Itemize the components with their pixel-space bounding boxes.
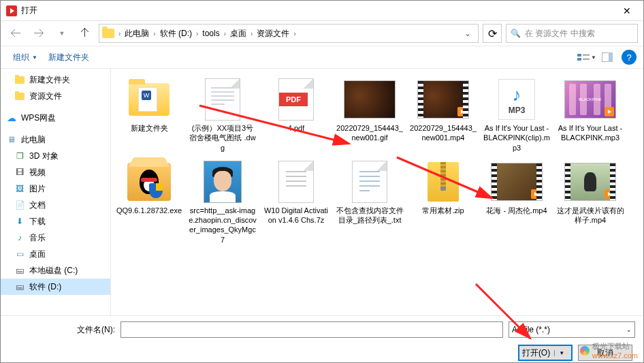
view-options-button[interactable]: ▼ xyxy=(577,48,597,66)
file-label: 4.pdf xyxy=(288,123,304,133)
sidebar-item-2[interactable]: ☁WPS网盘 xyxy=(1,110,110,126)
file-thumbnail: ♪MP3 xyxy=(489,78,544,121)
sidebar-item-9[interactable]: ♪音乐 xyxy=(1,230,110,246)
breadcrumb[interactable]: › 此电脑 › 软件 (D:) › tools › 桌面 › 资源文件 › ⌄ xyxy=(99,24,479,43)
file-item-5[interactable]: ♪MP3As If It's Your Last - BLACKPINK(cli… xyxy=(480,74,553,157)
file-thumbnail: PDF xyxy=(269,78,323,121)
sidebar-item-label: 资源文件 xyxy=(29,91,62,102)
file-thumbnail xyxy=(122,161,176,203)
toolbar: 组织▼ 新建文件夹 ▼ ? xyxy=(1,46,643,69)
chevron-right-icon: › xyxy=(251,30,253,37)
file-label: 新建文件夹 xyxy=(131,123,168,133)
svg-rect-3 xyxy=(583,59,590,60)
file-label: 常用素材.zip xyxy=(422,206,464,215)
cancel-button[interactable]: 取消 xyxy=(578,345,632,361)
chevron-right-icon: › xyxy=(224,30,226,37)
file-item-10[interactable]: 不包含查找内容文件目录_路径列表_.txt xyxy=(333,157,406,249)
sidebar-item-1[interactable]: 资源文件 xyxy=(1,88,110,104)
file-item-3[interactable]: 20220729_154443_new001.gif xyxy=(333,74,406,157)
forward-button[interactable]: 🡢 xyxy=(29,24,48,43)
search-input[interactable]: 🔍 在 资源文件 中搜索 xyxy=(506,24,638,43)
refresh-button[interactable]: ⟳ xyxy=(483,24,502,43)
file-item-1[interactable]: (示例）XX项目3号宿舍楼电气图纸 .dwg xyxy=(186,74,259,157)
sidebar-item-label: 图片 xyxy=(29,183,46,195)
file-item-11[interactable]: 常用素材.zip xyxy=(406,157,480,249)
crumb-3[interactable]: 桌面 xyxy=(227,28,249,40)
chevron-down-icon: ⌄ xyxy=(626,326,632,333)
svg-rect-2 xyxy=(583,54,590,56)
back-button[interactable]: 🡠 xyxy=(6,24,25,43)
file-item-2[interactable]: PDF4.pdf xyxy=(259,74,333,157)
chevron-down-icon: ▼ xyxy=(32,54,37,61)
sidebar-item-label: 3D 对象 xyxy=(29,151,59,162)
sidebar-item-4[interactable]: ❒3D 对象 xyxy=(1,148,110,164)
new-folder-button[interactable]: 新建文件夹 xyxy=(43,49,95,66)
chevron-right-icon: › xyxy=(118,30,120,37)
doc-icon: 📄 xyxy=(14,200,25,210)
sidebar-item-5[interactable]: 🎞视频 xyxy=(1,164,110,180)
folder-icon xyxy=(14,91,25,101)
file-item-8[interactable]: src=http__ask-image.zhaopin.cn_discover_… xyxy=(186,157,259,249)
search-placeholder: 在 资源文件 中搜索 xyxy=(525,28,595,40)
close-button[interactable]: ✕ xyxy=(616,3,638,19)
drive-icon: 🖴 xyxy=(14,281,25,292)
file-item-13[interactable]: 这才是武侠片该有的样子.mp4 xyxy=(553,157,627,249)
window-title: 打开 xyxy=(21,5,616,16)
file-pane[interactable]: 新建文件夹(示例）XX项目3号宿舍楼电气图纸 .dwgPDF4.pdf20220… xyxy=(111,69,643,315)
organize-menu[interactable]: 组织▼ xyxy=(7,49,43,66)
file-thumbnail xyxy=(416,78,470,121)
crumb-4[interactable]: 资源文件 xyxy=(254,28,292,40)
dialog-body: 新建文件夹资源文件☁WPS网盘🖥此电脑❒3D 对象🎞视频🖼图片📄文档⬇下载♪音乐… xyxy=(1,69,643,315)
file-label: 这才是武侠片该有的样子.mp4 xyxy=(556,206,624,225)
crumb-2[interactable]: tools xyxy=(199,29,222,38)
file-label: (示例）XX项目3号宿舍楼电气图纸 .dwg xyxy=(189,123,257,153)
sidebar-item-label: 文档 xyxy=(29,200,46,211)
file-label: QQ9.6.1.28732.exe xyxy=(116,206,182,215)
sidebar-item-0[interactable]: 新建文件夹 xyxy=(1,72,110,88)
sidebar-item-7[interactable]: 📄文档 xyxy=(1,197,110,213)
sidebar-item-6[interactable]: 🖼图片 xyxy=(1,180,110,197)
file-item-9[interactable]: W10 Digital Activation v1.4.6 Chs.7z xyxy=(259,157,333,249)
file-label: 花海 - 周杰伦.mp4 xyxy=(486,206,547,215)
chevron-right-icon: › xyxy=(293,30,295,37)
file-label: 不包含查找内容文件目录_路径列表_.txt xyxy=(336,206,404,225)
file-label: src=http__ask-image.zhaopin.cn_discover_… xyxy=(189,206,257,244)
file-item-12[interactable]: 花海 - 周杰伦.mp4 xyxy=(480,157,553,249)
file-item-7[interactable]: QQ9.6.1.28732.exe xyxy=(112,157,186,249)
crumb-0[interactable]: 此电脑 xyxy=(122,28,152,40)
folder-icon xyxy=(14,74,25,85)
file-item-4[interactable]: 20220729_154443_new001.mp4 xyxy=(406,74,480,157)
help-button[interactable]: ? xyxy=(622,50,637,65)
filetype-select[interactable]: All file (*.*) ⌄ xyxy=(509,321,635,338)
sidebar-item-12[interactable]: 🖴软件 (D:) xyxy=(1,279,110,295)
title-bar: 打开 ✕ xyxy=(1,1,643,21)
preview-pane-button[interactable] xyxy=(597,48,617,66)
sidebar-item-10[interactable]: ▭桌面 xyxy=(1,246,110,262)
file-thumbnail xyxy=(563,161,617,203)
file-item-6[interactable]: BLACKPINKAs If It's Your Last - BLACKPIN… xyxy=(553,74,627,157)
open-button[interactable]: 打开(O) ▼ xyxy=(518,345,573,361)
chevron-down-icon[interactable]: ⌄ xyxy=(464,29,471,38)
sidebar-item-label: 视频 xyxy=(29,167,46,178)
sidebar-item-8[interactable]: ⬇下载 xyxy=(1,213,110,230)
crumb-1[interactable]: 软件 (D:) xyxy=(157,28,195,40)
desktop-icon: ▭ xyxy=(14,249,25,259)
file-thumbnail xyxy=(416,161,470,203)
filename-input[interactable] xyxy=(120,321,503,338)
chevron-right-icon: › xyxy=(196,30,198,37)
recent-dropdown[interactable]: ▼ xyxy=(52,24,71,43)
svg-rect-0 xyxy=(577,54,581,57)
pc-icon: 🖥 xyxy=(6,134,17,145)
sidebar-item-3[interactable]: 🖥此电脑 xyxy=(1,131,110,148)
sidebar-item-label: 新建文件夹 xyxy=(29,74,70,86)
file-label: As If It's Your Last - BLACKPINK.mp3 xyxy=(556,123,624,143)
sidebar-item-11[interactable]: 🖴本地磁盘 (C:) xyxy=(1,262,110,279)
up-button[interactable]: 🡡 xyxy=(76,24,95,43)
file-item-0[interactable]: 新建文件夹 xyxy=(112,74,186,157)
filename-label: 文件名(N): xyxy=(77,324,115,336)
sidebar-item-label: 软件 (D:) xyxy=(29,281,61,293)
pic-icon: 🖼 xyxy=(14,183,25,194)
drive-icon: 🖴 xyxy=(14,265,25,276)
open-dropdown-icon[interactable]: ▼ xyxy=(554,350,568,356)
file-thumbnail xyxy=(489,161,544,203)
